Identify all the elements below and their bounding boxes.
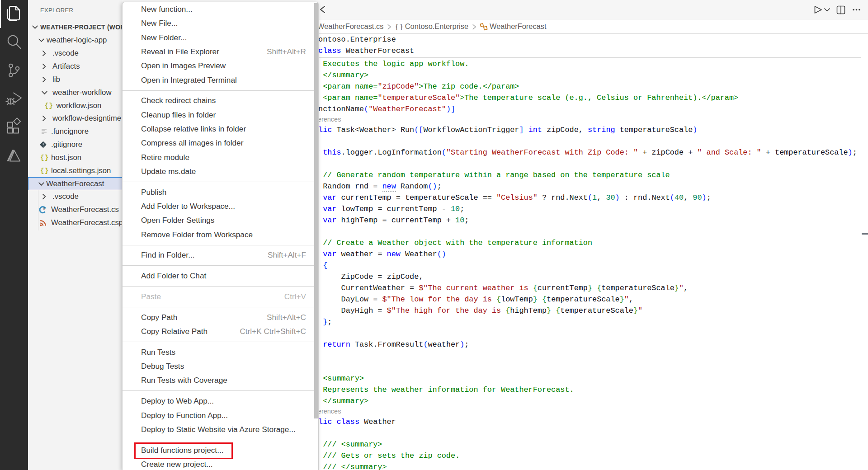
svg-text:#: # xyxy=(43,206,46,211)
